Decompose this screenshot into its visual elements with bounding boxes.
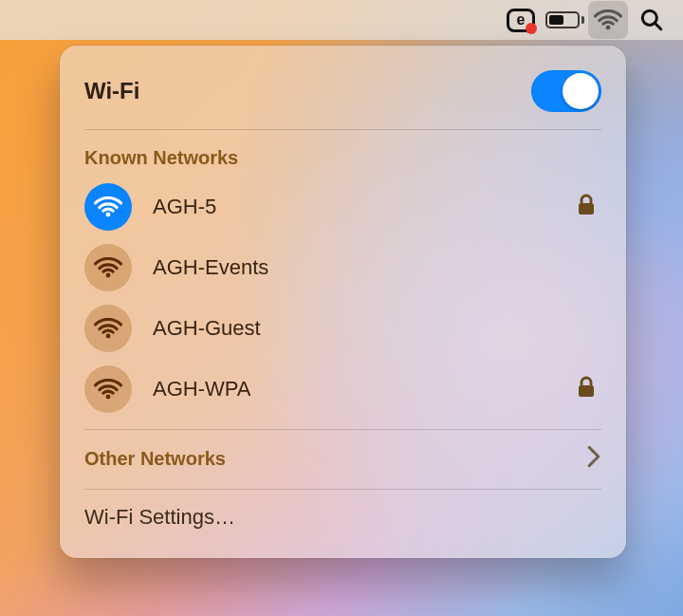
search-icon (639, 8, 664, 32)
wifi-network-name: AGH-Guest (153, 316, 601, 341)
menu-extra-spotlight[interactable] (632, 1, 672, 39)
other-networks-button[interactable]: Other Networks (83, 430, 603, 489)
chevron-right-icon (586, 445, 601, 472)
wifi-network-name: AGH-WPA (153, 377, 577, 401)
notification-dot-icon (526, 23, 537, 34)
wifi-signal-icon (84, 365, 132, 413)
menu-extra-battery[interactable] (545, 1, 584, 39)
eset-letter: e (517, 12, 526, 28)
menu-bar: e (0, 0, 683, 40)
wifi-toggle-knob (563, 73, 599, 109)
wifi-network-row[interactable]: AGH-WPA (83, 359, 603, 420)
other-networks-label: Other Networks (84, 448, 226, 470)
svg-line-1 (655, 24, 661, 29)
wifi-signal-icon (84, 244, 132, 291)
svg-rect-3 (579, 385, 594, 397)
wifi-dropdown-panel: Wi-Fi Known Networks AGH-5 (60, 46, 626, 558)
lock-icon (577, 194, 596, 220)
wifi-network-row[interactable]: AGH-Guest (83, 298, 603, 359)
wifi-panel-title: Wi-Fi (84, 78, 139, 104)
battery-icon (545, 11, 584, 28)
menu-extra-eset[interactable]: e (501, 1, 541, 39)
wifi-network-name: AGH-Events (153, 255, 601, 280)
wifi-signal-icon (84, 183, 132, 231)
wifi-panel-header: Wi-Fi (83, 63, 603, 129)
desktop-background: e (0, 0, 683, 616)
wifi-network-row[interactable]: AGH-Events (83, 237, 603, 298)
wifi-network-row[interactable]: AGH-5 (83, 177, 603, 237)
known-networks-heading: Known Networks (83, 130, 603, 177)
wifi-toggle[interactable] (531, 70, 601, 112)
wifi-signal-icon (84, 305, 132, 352)
menu-extra-wifi[interactable] (588, 1, 628, 39)
svg-rect-2 (579, 203, 594, 215)
wifi-network-name: AGH-5 (153, 195, 577, 219)
lock-icon (577, 376, 596, 402)
wifi-settings-button[interactable]: Wi-Fi Settings… (83, 490, 603, 547)
wifi-settings-label: Wi-Fi Settings… (84, 505, 235, 530)
wifi-icon (594, 9, 622, 30)
eset-icon: e (507, 9, 535, 32)
